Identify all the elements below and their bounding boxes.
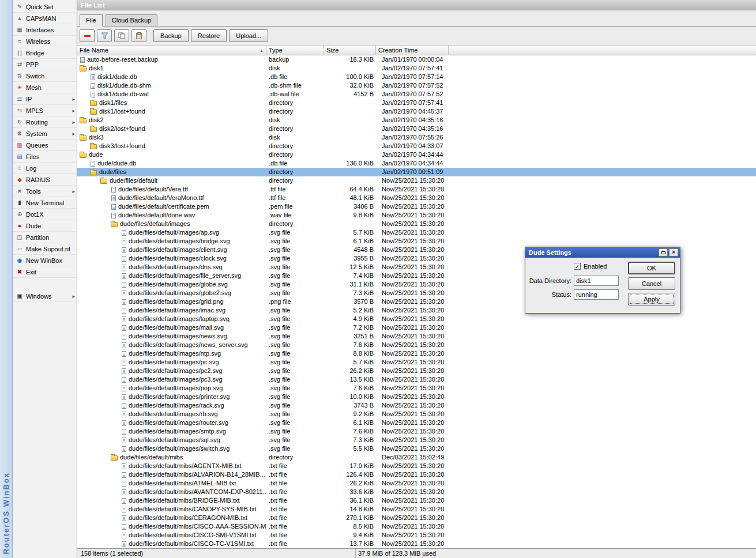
sidebar-item-files[interactable]: ▤Files — [13, 151, 77, 163]
file-row[interactable]: dude/files/default/images/bridge.svg.svg… — [77, 237, 756, 246]
file-row[interactable]: dude/files/default/mibs/CISCO-SMI-V1SMI.… — [77, 531, 756, 540]
file-row[interactable]: disk2/lost+founddirectoryJan/02/1970 04:… — [77, 125, 756, 133]
sidebar-item-interfaces[interactable]: ▦Interfaces — [13, 24, 77, 36]
restore-button[interactable]: Restore — [191, 29, 227, 42]
file-size: 6.1 KiB — [324, 418, 376, 427]
file-row[interactable]: dude/filesdirectoryJan/02/1970 00:51:09 — [77, 168, 756, 176]
file-row[interactable]: dude/dude.db.db file136.0 KiBJan/02/1970… — [77, 159, 756, 168]
enabled-checkbox[interactable]: ✓ Enabled — [574, 263, 607, 270]
file-row[interactable]: dude/files/default/images/news.svg.svg f… — [77, 332, 756, 341]
file-row[interactable]: disk3diskJan/02/1970 07:55:26 — [77, 133, 756, 142]
paste-button[interactable] — [131, 29, 146, 42]
sidebar-item-partition[interactable]: ◫Partition — [13, 232, 77, 243]
dialog-titlebar[interactable]: Dude Settings ✕ — [525, 247, 680, 258]
sidebar-item-mpls[interactable]: ⇋MPLS▸ — [13, 105, 77, 116]
sidebar-item-label: Make Supout.rif — [26, 246, 70, 252]
column-header-file-name[interactable]: File Name ▲ — [77, 46, 266, 55]
sidebar-item-mesh[interactable]: ✳Mesh — [13, 82, 77, 93]
file-row[interactable]: dude/files/default/mibs/BRIDGE-MIB.txt.t… — [77, 496, 756, 505]
sidebar-item-dot1x[interactable]: ⊕Dot1X — [13, 209, 77, 220]
file-row[interactable]: disk2diskJan/02/1970 04:35:16 — [77, 116, 756, 125]
file-row[interactable]: dude/files/default/images/pop.svg.svg fi… — [77, 384, 756, 393]
file-row[interactable]: dude/files/default/mibs/CISCO-AAA-SESSIO… — [77, 522, 756, 531]
file-row[interactable]: dude/files/default/images/printer.svg.sv… — [77, 393, 756, 401]
file-row[interactable]: disk1/lost+founddirectoryJan/02/1970 04:… — [77, 107, 756, 116]
file-row[interactable]: dude/files/default/images/pc3.svg.svg fi… — [77, 375, 756, 384]
file-row[interactable]: dude/files/default/images/ap.svg.svg fil… — [77, 228, 756, 237]
column-header-size[interactable]: Size — [324, 46, 376, 55]
column-header-creation-time[interactable]: Creation Time — [376, 46, 449, 55]
file-row[interactable]: disk1/dude.db-wal.db-wal file4152 BJan/0… — [77, 90, 756, 99]
window-titlebar[interactable]: File List — [77, 0, 756, 10]
column-header-type[interactable]: Type — [266, 46, 324, 55]
file-row[interactable]: dude/files/default/mibs/AVANTCOM-EXP-802… — [77, 488, 756, 496]
file-row[interactable]: dude/files/default/images/rb.svg.svg fil… — [77, 410, 756, 418]
file-row[interactable]: dude/files/default/images/laptop.svg.svg… — [77, 315, 756, 323]
sidebar-item-quick-set[interactable]: ✎Quick Set — [13, 1, 77, 13]
file-row[interactable]: dude/files/default/mibs/ALVARION-B14_28M… — [77, 470, 756, 479]
file-row[interactable]: dude/files/default/certificate.pem.pem f… — [77, 202, 756, 211]
file-row[interactable]: dudedirectoryJan/02/1970 04:34:44 — [77, 150, 756, 159]
sidebar-item-make-supout-rif[interactable]: ▱Make Supout.rif — [13, 243, 77, 255]
sidebar-item-new-terminal[interactable]: ▮New Terminal — [13, 197, 77, 209]
sidebar-item-tools[interactable]: ✕Tools▸ — [13, 186, 77, 197]
file-row[interactable]: dude/files/default/images/smtp.svg.svg f… — [77, 427, 756, 436]
tab-file[interactable]: File — [80, 14, 103, 27]
file-row[interactable]: disk1diskJan/02/1970 07:57:41 — [77, 64, 756, 73]
tab-cloud-backup[interactable]: Cloud Backup — [106, 14, 158, 27]
file-row[interactable]: dude/files/default/images/switch.svg.svg… — [77, 444, 756, 453]
sidebar-item-label: New WinBox — [26, 257, 62, 264]
file-row[interactable]: dude/files/default/images/ntp.svg.svg fi… — [77, 349, 756, 358]
remove-button[interactable] — [80, 29, 95, 42]
file-row[interactable]: dude/files/default/images/pc2.svg.svg fi… — [77, 367, 756, 375]
file-row[interactable]: disk1/filesdirectoryJan/02/1970 07:57:41 — [77, 99, 756, 107]
backup-button[interactable]: Backup — [153, 29, 189, 42]
file-row[interactable]: dude/files/default/images/news_server.sv… — [77, 341, 756, 349]
file-row[interactable]: auto-before-reset.backupbackup18.3 KiBJa… — [77, 55, 756, 64]
file-type: disk — [266, 64, 324, 73]
sidebar-item-log[interactable]: ≡Log — [13, 163, 77, 174]
file-row[interactable]: disk1/dude.db-shm.db-shm file32.0 KiBJan… — [77, 81, 756, 90]
file-row[interactable]: dude/files/default/mibs/CERAGON-MIB.txt.… — [77, 514, 756, 522]
copy-button[interactable] — [114, 29, 129, 42]
file-row[interactable]: dude/files/default/mibsdirectoryDec/03/2… — [77, 453, 756, 462]
sidebar-item-ip[interactable]: ☰IP▸ — [13, 93, 77, 105]
file-row[interactable]: disk1/dude.db.db file100.0 KiBJan/02/197… — [77, 73, 756, 81]
file-row[interactable]: dude/files/default/mibs/CISCO-TC-V1SMI.t… — [77, 540, 756, 548]
file-row[interactable]: dude/files/default/images/sql.svg.svg fi… — [77, 436, 756, 444]
upload-button[interactable]: Upload... — [229, 29, 268, 42]
ok-button[interactable]: OK — [628, 262, 675, 274]
file-row[interactable]: dude/files/default/images/rack.svg.svg f… — [77, 401, 756, 410]
filter-button[interactable] — [97, 29, 112, 42]
dialog-restore-button[interactable] — [659, 248, 668, 257]
data-directory-input[interactable] — [574, 276, 619, 286]
sidebar-item-exit[interactable]: ✖Exit — [13, 266, 77, 278]
file-row[interactable]: dude/files/defaultdirectoryNov/25/2021 1… — [77, 176, 756, 185]
sidebar-item-capsman[interactable]: ▲CAPsMAN — [13, 13, 77, 24]
dialog-close-button[interactable]: ✕ — [669, 248, 678, 257]
file-row[interactable]: dude/files/default/images/mail.svg.svg f… — [77, 323, 756, 332]
sidebar-item-windows[interactable]: ▣Windows▸ — [13, 291, 77, 302]
file-row[interactable]: dude/files/default/mibs/CANOPY-SYS-MIB.t… — [77, 505, 756, 514]
sidebar-item-ppp[interactable]: ⇄PPP — [13, 59, 77, 70]
sidebar-item-routing[interactable]: ↻Routing▸ — [13, 116, 77, 128]
file-row[interactable]: dude/files/default/done.wav.wav file9.8 … — [77, 211, 756, 220]
file-row[interactable]: dude/files/default/mibs/AGENTX-MIB.txt.t… — [77, 462, 756, 470]
sidebar-item-new-winbox[interactable]: ◉New WinBox — [13, 255, 77, 266]
file-row[interactable]: disk3/lost+founddirectoryJan/02/1970 04:… — [77, 142, 756, 150]
file-row[interactable]: dude/files/default/Vera.ttf.ttf file64.4… — [77, 185, 756, 194]
file-row[interactable]: dude/files/default/mibs/ATMEL-MIB.txt.tx… — [77, 479, 756, 488]
sidebar-item-bridge[interactable]: ∏Bridge — [13, 47, 77, 59]
apply-button[interactable]: Apply — [628, 293, 675, 306]
sidebar-item-system[interactable]: ⚙System▸ — [13, 128, 77, 140]
file-row[interactable]: dude/files/default/VeraMono.ttf.ttf file… — [77, 194, 756, 202]
sidebar-item-wireless[interactable]: ≈Wireless — [13, 36, 77, 47]
file-row[interactable]: dude/files/default/images/router.svg.svg… — [77, 418, 756, 427]
file-row[interactable]: dude/files/default/imagesdirectoryNov/25… — [77, 220, 756, 228]
sidebar-item-queues[interactable]: ▥Queues — [13, 140, 77, 151]
sidebar-item-switch[interactable]: ⇅Switch — [13, 70, 77, 82]
sidebar-item-radius[interactable]: ◆RADIUS — [13, 174, 77, 186]
sidebar-item-dude[interactable]: ●Dude — [13, 220, 77, 232]
cancel-button[interactable]: Cancel — [628, 277, 675, 290]
file-row[interactable]: dude/files/default/images/pc.svg.svg fil… — [77, 358, 756, 367]
